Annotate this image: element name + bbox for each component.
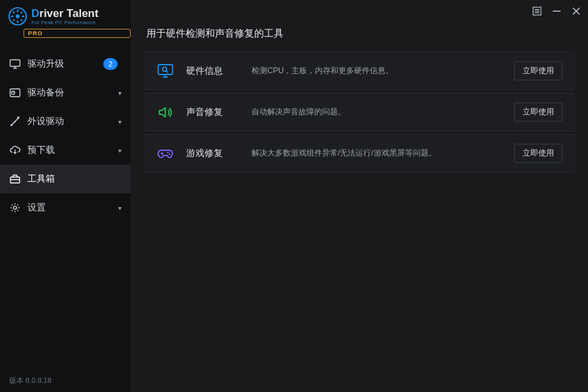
tool-name: 游戏修复: [186, 148, 240, 159]
gamepad-icon: [156, 144, 174, 163]
main-content: 用于硬件检测和声音修复的工具 硬件信息 检测CPU，主板，内存和更多硬件信息。 …: [131, 0, 588, 392]
sidebar-item-toolbox[interactable]: 工具箱: [0, 165, 131, 193]
tool-sound-repair: 声音修复 自动解决声音故障的问题。 立即使用: [144, 93, 575, 131]
use-now-button[interactable]: 立即使用: [514, 103, 563, 122]
usb-icon: [9, 116, 21, 127]
tool-desc: 检测CPU，主板，内存和更多硬件信息。: [252, 65, 502, 76]
svg-point-33: [163, 67, 167, 71]
sidebar: Driver Talent For Peak PC Performance PR…: [0, 0, 131, 392]
svg-point-1: [16, 14, 20, 18]
chevron-down-icon: ▾: [118, 204, 122, 212]
minimize-button[interactable]: [551, 6, 562, 16]
titlebar: [131, 0, 588, 22]
monitor-icon: [9, 58, 21, 70]
sidebar-item-driver-upgrade[interactable]: 驱动升级 2: [0, 50, 131, 78]
version-label: 版本 8.0.8.18: [9, 376, 52, 385]
clock-backup-icon: [9, 87, 21, 99]
sidebar-item-settings[interactable]: 设置 ▾: [0, 193, 131, 222]
svg-rect-10: [10, 60, 20, 67]
sound-icon: [156, 103, 174, 122]
sidebar-nav: 驱动升级 2 驱动备份 ▾ 外设驱动 ▾: [0, 50, 131, 222]
sidebar-item-label: 外设驱动: [27, 116, 118, 127]
use-now-button[interactable]: 立即使用: [514, 61, 563, 80]
logo-title: Driver Talent: [31, 8, 99, 19]
svg-line-6: [13, 12, 14, 13]
app-window: Driver Talent For Peak PC Performance PR…: [0, 0, 588, 392]
chevron-down-icon: ▾: [118, 90, 122, 97]
sidebar-item-driver-backup[interactable]: 驱动备份 ▾: [0, 78, 131, 107]
page-title: 用于硬件检测和声音修复的工具: [131, 22, 588, 52]
tool-hardware-info: 硬件信息 检测CPU，主板，内存和更多硬件信息。 立即使用: [144, 52, 575, 90]
tool-desc: 解决大多数游戏组件异常/无法运行/游戏黑屏等问题。: [252, 148, 502, 159]
svg-rect-30: [158, 65, 172, 74]
sidebar-item-label: 工具箱: [27, 173, 122, 185]
menu-icon[interactable]: [532, 6, 542, 16]
svg-line-8: [21, 12, 22, 13]
gear-icon: [9, 202, 21, 214]
tool-desc: 自动解决声音故障的问题。: [252, 106, 502, 118]
sidebar-item-label: 驱动备份: [27, 87, 118, 99]
tool-name: 硬件信息: [186, 65, 240, 77]
svg-line-9: [13, 20, 14, 21]
use-now-button[interactable]: 立即使用: [514, 144, 563, 163]
chevron-down-icon: ▾: [118, 118, 122, 125]
sidebar-item-label: 设置: [27, 202, 118, 214]
logo-gear-icon: [8, 7, 27, 26]
svg-rect-18: [18, 117, 20, 119]
logo-text: Driver Talent For Peak PC Performance: [31, 8, 99, 25]
cloud-download-icon: [9, 144, 21, 156]
upgrade-count-badge: 2: [103, 58, 118, 70]
svg-point-19: [14, 121, 16, 122]
svg-line-7: [21, 20, 22, 21]
toolbox-icon: [9, 173, 21, 185]
sidebar-item-peripheral-drivers[interactable]: 外设驱动 ▾: [0, 107, 131, 136]
svg-point-37: [167, 152, 169, 153]
pro-badge: PRO: [24, 29, 131, 38]
close-button[interactable]: [571, 6, 581, 16]
tool-list: 硬件信息 检测CPU，主板，内存和更多硬件信息。 立即使用 声音修复 自动解决声…: [131, 52, 588, 172]
tool-name: 声音修复: [186, 106, 240, 118]
sidebar-item-label: 驱动升级: [27, 58, 103, 70]
svg-line-34: [166, 71, 168, 73]
monitor-search-icon: [156, 62, 174, 80]
svg-point-22: [14, 206, 17, 210]
tool-game-repair: 游戏修复 解决大多数游戏组件异常/无法运行/游戏黑屏等问题。 立即使用: [144, 134, 575, 172]
sidebar-item-predownload[interactable]: 预下载 ▾: [0, 136, 131, 165]
logo-block: Driver Talent For Peak PC Performance: [0, 0, 131, 30]
chevron-down-icon: ▾: [118, 147, 122, 154]
sidebar-item-label: 预下载: [27, 144, 118, 156]
svg-point-17: [10, 124, 12, 126]
logo-subtitle: For Peak PC Performance: [31, 20, 99, 25]
svg-point-38: [169, 153, 170, 154]
